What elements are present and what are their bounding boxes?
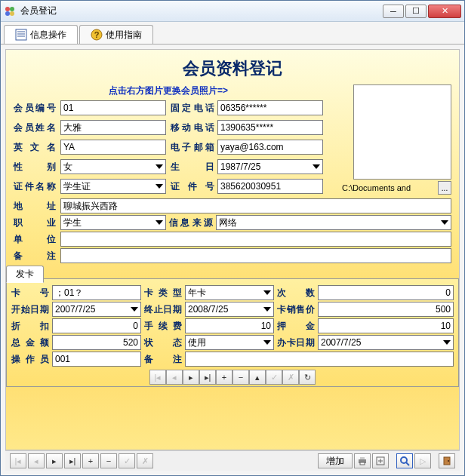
form-icon (15, 29, 27, 41)
nav-next-button[interactable]: ▸ (183, 370, 199, 385)
nav-last-button[interactable]: ▸| (199, 370, 216, 385)
svg-text:?: ? (94, 30, 100, 39)
photo-path: C:\Documents and (342, 183, 436, 192)
total-input[interactable] (52, 335, 141, 350)
bottom-minus-button[interactable]: − (100, 453, 117, 468)
member-name-input[interactable] (60, 120, 166, 135)
lbl-address: 地 址 (14, 200, 57, 213)
lbl-price: 卡销售价 (277, 303, 315, 316)
email-input[interactable] (217, 140, 323, 155)
lbl-mobile: 移动电话 (171, 121, 214, 134)
nav-save-button[interactable]: ✓ (266, 370, 282, 385)
nav-edit-button[interactable]: ▴ (249, 370, 266, 385)
browse-button[interactable]: ... (438, 181, 451, 195)
lbl-fee: 手 续 费 (144, 320, 182, 333)
bottom-last-button[interactable]: ▸| (64, 453, 81, 468)
svg-point-2 (5, 11, 10, 16)
bottom-next-button[interactable]: ▸ (46, 453, 63, 468)
maximize-button[interactable]: ☐ (405, 5, 427, 18)
app-window: 会员登记 ─ ☐ ✕ 信息操作 ? 使用指南 会员资料登记 点击右方图片更换会员… (0, 0, 465, 476)
bottom-play-button[interactable]: ▷ (414, 453, 431, 468)
remark-input[interactable] (60, 248, 451, 263)
tab-info[interactable]: 信息操作 (4, 25, 78, 44)
search-button[interactable] (396, 453, 413, 468)
titlebar: 会员登记 ─ ☐ ✕ (1, 1, 464, 22)
close-button[interactable]: ✕ (428, 5, 461, 18)
member-no-input[interactable] (60, 100, 166, 115)
bottom-first-button[interactable]: |◂ (10, 453, 26, 468)
svg-rect-4 (16, 29, 26, 40)
window-controls: ─ ☐ ✕ (383, 5, 461, 18)
card-section: 发卡 卡 号 卡 类 型年卡 次 数 开始日期2007/7/25 终止日期200… (14, 278, 451, 387)
photo-box[interactable] (353, 84, 451, 180)
export-button[interactable] (372, 453, 389, 468)
bottom-plus-button[interactable]: + (82, 453, 99, 468)
help-icon: ? (91, 29, 103, 41)
card-date-select[interactable]: 2007/7/25 (318, 335, 454, 350)
deposit-input[interactable] (318, 318, 454, 333)
card-no-input[interactable] (52, 285, 141, 300)
mobile-input[interactable] (217, 120, 323, 135)
fixed-phone-input[interactable] (217, 100, 323, 115)
minimize-button[interactable]: ─ (383, 5, 404, 18)
bottom-toolbar: |◂ ◂ ▸ ▸| + − ✓ ✗ 增加 ▷ (5, 450, 460, 471)
cert-name-select[interactable]: 学生证 (60, 179, 166, 194)
info-src-select[interactable]: 网络 (216, 215, 451, 230)
lbl-deposit: 押 金 (277, 320, 315, 333)
lbl-birthday: 生 日 (171, 161, 214, 174)
discount-input[interactable] (52, 318, 141, 333)
card-nav-strip: |◂ ◂ ▸ ▸| + − ▴ ✓ ✗ ↻ (11, 370, 454, 385)
cert-no-input[interactable] (217, 179, 323, 194)
lbl-en-name: 英 文 名 (14, 141, 57, 154)
lbl-times: 次 数 (277, 287, 315, 299)
svg-point-17 (448, 460, 449, 462)
operator-input[interactable] (52, 352, 141, 367)
bottom-prev-button[interactable]: ◂ (28, 453, 45, 468)
add-button[interactable]: 增加 (318, 453, 353, 468)
print-icon (357, 456, 368, 466)
panel-title: 会员资料登记 (14, 57, 451, 80)
lbl-total: 总 金 额 (11, 336, 49, 349)
svg-rect-11 (360, 457, 365, 459)
nav-add-button[interactable]: + (216, 370, 232, 385)
fee-input[interactable] (185, 318, 274, 333)
print-button[interactable] (354, 453, 371, 468)
nav-first-button[interactable]: |◂ (149, 370, 166, 385)
card-tab[interactable]: 发卡 (6, 266, 44, 283)
tab-info-label: 信息操作 (30, 29, 66, 41)
start-date-select[interactable]: 2007/7/25 (52, 302, 141, 317)
address-input[interactable] (60, 198, 451, 213)
svg-point-0 (5, 7, 10, 11)
svg-rect-12 (360, 462, 365, 465)
bottom-check-button[interactable]: ✓ (119, 453, 135, 468)
nav-cancel-button[interactable]: ✗ (282, 370, 299, 385)
company-input[interactable] (60, 232, 451, 247)
price-input[interactable] (318, 302, 454, 317)
nav-prev-button[interactable]: ◂ (166, 370, 183, 385)
bottom-cancel-button[interactable]: ✗ (137, 453, 153, 468)
lbl-member-no: 会员编号 (14, 102, 57, 115)
form-panel: 会员资料登记 点击右方图片更换会员照片=> C:\Documents and .… (5, 49, 460, 450)
card-type-select[interactable]: 年卡 (185, 285, 274, 300)
tab-guide[interactable]: ? 使用指南 (79, 25, 153, 44)
job-select[interactable]: 学生 (60, 215, 166, 230)
status-select[interactable]: 使用 (185, 335, 274, 350)
app-icon (4, 5, 16, 17)
lbl-operator: 操 作 员 (11, 353, 49, 366)
close-panel-button[interactable] (439, 453, 455, 468)
gender-select[interactable]: 女 (60, 159, 166, 174)
lbl-remark: 备 注 (14, 250, 57, 263)
window-title: 会员登记 (20, 5, 383, 17)
end-date-select[interactable]: 2008/7/25 (185, 302, 274, 317)
en-name-input[interactable] (60, 140, 166, 155)
card-remark-input[interactable] (185, 352, 454, 367)
times-input[interactable] (318, 285, 454, 300)
lbl-cert-name: 证件名称 (14, 180, 57, 193)
lbl-info-src: 信息来源 (169, 217, 213, 229)
birthday-select[interactable]: 1987/7/25 (217, 159, 323, 174)
lbl-job: 职 业 (14, 217, 57, 229)
nav-refresh-button[interactable]: ↻ (299, 370, 316, 385)
lbl-member-name: 会员姓名 (14, 121, 57, 134)
lbl-card-no: 卡 号 (11, 287, 49, 299)
nav-del-button[interactable]: − (232, 370, 249, 385)
